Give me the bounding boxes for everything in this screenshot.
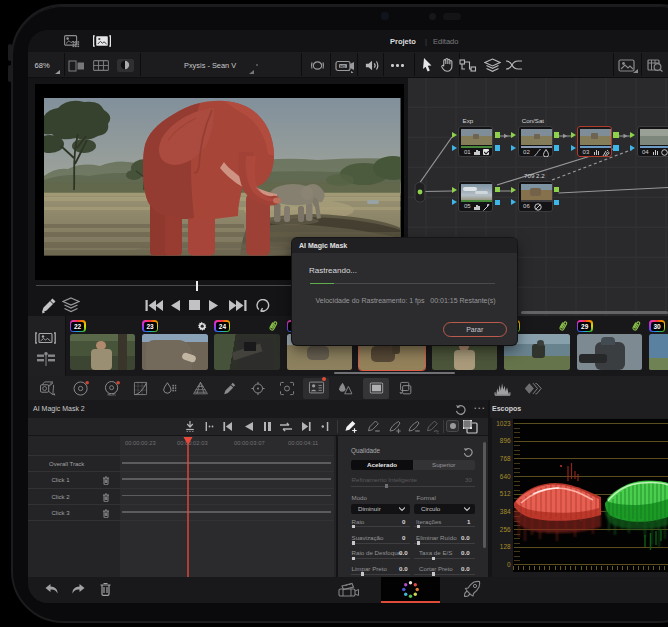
svg-text:HDR: HDR: [108, 393, 116, 396]
svg-text:HQ: HQ: [340, 64, 346, 68]
